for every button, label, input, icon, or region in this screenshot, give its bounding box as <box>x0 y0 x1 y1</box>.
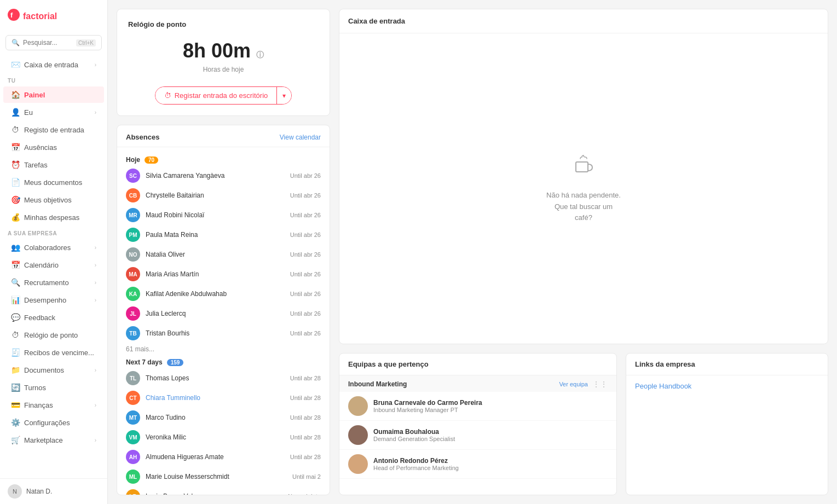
sidebar-item-documentos-label: Meus documentos <box>24 178 96 187</box>
sidebar-item-recibos-label: Recibos de vencime... <box>24 349 96 357</box>
list-item: TL Thomas Lopes Until abr 28 <box>117 368 330 388</box>
list-item: TB Tristan Bourhis Until abr 26 <box>117 323 330 343</box>
absence-date: Until abr 26 <box>290 251 321 258</box>
sidebar-item-desempenho-label: Desempenho <box>24 296 90 304</box>
svg-text:f: f <box>10 11 13 19</box>
sidebar-item-despesas[interactable]: 💰 Minhas despesas <box>3 209 104 225</box>
sidebar-item-recrutamento[interactable]: 🔍 Recrutamento › <box>3 274 104 291</box>
search-bar[interactable]: 🔍 Ctrl+K <box>5 35 102 50</box>
sidebar-item-colaboradores[interactable]: 👥 Colaboradores › <box>3 239 104 256</box>
absence-date: Until abr 26 <box>290 192 321 199</box>
avatar: TL <box>126 371 140 385</box>
more-absences-link[interactable]: 61 mais... <box>117 343 330 355</box>
sidebar-item-eu[interactable]: 👤 Eu › <box>3 104 104 120</box>
docempresa-chevron-icon: › <box>95 367 96 373</box>
calendario-icon: 📅 <box>11 260 20 269</box>
sidebar-item-documentos[interactable]: 📄 Meus documentos <box>3 174 104 190</box>
documentos-icon: 📄 <box>11 178 20 187</box>
team-member-role: Head of Performance Marketing <box>373 465 459 471</box>
absence-name: Paula Mata Reina <box>146 231 285 239</box>
sidebar-item-inbox-label: Caixa de entrada <box>24 61 90 69</box>
sidebar-item-turnos[interactable]: 🔄 Turnos <box>3 379 104 396</box>
absence-date: Until abr 28 <box>290 414 321 421</box>
desempenho-icon: 📊 <box>11 296 20 304</box>
absence-name: Lucia Bauza Velasco <box>146 493 282 495</box>
absence-date: Until abr 28 <box>290 395 321 401</box>
avatar: PM <box>126 228 140 242</box>
list-item: MT Marco Tudino Until abr 28 <box>117 408 330 427</box>
financas-icon: 💳 <box>11 401 20 409</box>
sidebar-item-colaboradores-label: Colaboradores <box>24 244 90 252</box>
eu-chevron-icon: › <box>95 109 96 115</box>
sidebar-item-objetivos[interactable]: 🎯 Meus objetivos <box>3 192 104 208</box>
team-member-info: Oumaima Bouhaloua Demand Generation Spec… <box>373 428 455 442</box>
absence-name: Marco Tudino <box>146 414 285 421</box>
search-input[interactable] <box>23 39 73 47</box>
configuracoes-icon: ⚙️ <box>11 418 20 427</box>
register-button-label: Registar entrada do escritório <box>175 91 268 100</box>
avatar: LB <box>126 489 140 495</box>
next7-count-badge: 159 <box>167 359 184 366</box>
sidebar-item-relogio-label: Relógio de ponto <box>24 331 96 339</box>
avatar: CT <box>126 391 140 405</box>
clock-widget-title: Relógio de ponto <box>128 20 319 28</box>
sidebar-item-recibos[interactable]: 🧾 Recibos de vencime... <box>3 344 104 361</box>
sidebar-item-calendario[interactable]: 📅 Calendário › <box>3 257 104 273</box>
sidebar-item-docempresa[interactable]: 📁 Documentos › <box>3 362 104 378</box>
relogio-icon: ⏱ <box>11 331 20 339</box>
absence-date: Until abr 28 <box>290 434 321 441</box>
ver-equipa-link[interactable]: Ver equipa <box>559 381 588 387</box>
inbox-header: Caixa de entrada <box>339 9 828 33</box>
sidebar-item-ausencias[interactable]: 📅 Ausências <box>3 139 104 155</box>
teams-widget: Equipas a que pertenço Inbound Marketing… <box>339 353 617 495</box>
feedback-icon: 💬 <box>11 313 20 322</box>
factorial-logo-icon: f <box>8 9 20 24</box>
clock-widget: Relógio de ponto 8h 00m ⓘ Horas de hoje … <box>117 9 330 116</box>
team-actions: Ver equipa ⋮⋮ <box>559 380 608 389</box>
list-item: CB Chrystelle Baitairian Until abr 26 <box>117 186 330 205</box>
sidebar-item-relogio[interactable]: ⏱ Relógio de ponto <box>3 327 104 343</box>
sidebar-item-painel[interactable]: 🏠 Painel <box>3 86 104 103</box>
list-item: ML Marie Louise Messerschmidt Until mai … <box>117 467 330 486</box>
sidebar-item-financas[interactable]: 💳 Finanças › <box>3 397 104 413</box>
view-calendar-link[interactable]: View calendar <box>280 134 321 141</box>
marketplace-chevron-icon: › <box>95 437 96 443</box>
people-handbook-link[interactable]: People Handbook <box>635 382 691 390</box>
absences-widget: Absences View calendar Hoje 70 SC Silvia… <box>117 125 330 495</box>
register-entrada-button[interactable]: ⏱ Registar entrada do escritório <box>155 87 277 104</box>
avatar: ML <box>126 470 140 484</box>
drag-handle-icon[interactable]: ⋮⋮ <box>592 380 608 389</box>
absence-name: Kafilat Adenike Abdulwahab <box>146 290 285 298</box>
turnos-icon: 🔄 <box>11 383 20 392</box>
register-dropdown-button[interactable]: ▾ <box>276 87 291 104</box>
register-button-group[interactable]: ⏱ Registar entrada do escritório ▾ <box>155 86 292 105</box>
user-profile[interactable]: N Natan D. <box>0 478 107 504</box>
inbox-chevron-icon: › <box>95 62 96 68</box>
avatar: KA <box>126 287 140 301</box>
colaboradores-icon: 👥 <box>11 243 20 252</box>
today-count-badge: 70 <box>145 157 158 164</box>
avatar: MA <box>126 267 140 281</box>
sidebar-item-registo[interactable]: ⏱ Registo de entrada <box>3 121 104 138</box>
left-column: Relógio de ponto 8h 00m ⓘ Horas de hoje … <box>117 9 330 495</box>
search-shortcut: Ctrl+K <box>76 39 96 47</box>
sidebar-item-tarefas[interactable]: ⏰ Tarefas <box>3 157 104 173</box>
sidebar-item-inbox[interactable]: ✉️ Caixa de entrada › <box>3 56 104 73</box>
team-member-role: Inbound Marketing Manager PT <box>373 407 482 413</box>
sidebar-item-desempenho[interactable]: 📊 Desempenho › <box>3 292 104 308</box>
absence-name: Almudena Higueras Amate <box>146 453 285 461</box>
absences-body: Hoje 70 SC Silvia Camarena Yangàeva Unti… <box>117 147 330 495</box>
absence-date: Until mai 2 <box>292 473 321 480</box>
list-item: Oumaima Bouhaloua Demand Generation Spec… <box>339 421 616 450</box>
list-item: JL Julia Leclercq Until abr 26 <box>117 304 330 323</box>
main-content: Relógio de ponto 8h 00m ⓘ Horas de hoje … <box>108 0 837 504</box>
absence-name: Veronika Milic <box>146 433 285 441</box>
absence-name: Chiara Tumminello <box>146 394 285 402</box>
sidebar-item-feedback[interactable]: 💬 Feedback <box>3 309 104 326</box>
sidebar-item-configuracoes[interactable]: ⚙️ Configurações <box>3 414 104 431</box>
list-item: SC Silvia Camarena Yangàeva Until abr 26 <box>117 166 330 186</box>
sidebar-item-eu-label: Eu <box>24 108 90 117</box>
svg-rect-2 <box>576 162 588 172</box>
absence-date: Until abr 26 <box>290 212 321 218</box>
sidebar-item-marketplace[interactable]: 🛒 Marketplace › <box>3 432 104 448</box>
